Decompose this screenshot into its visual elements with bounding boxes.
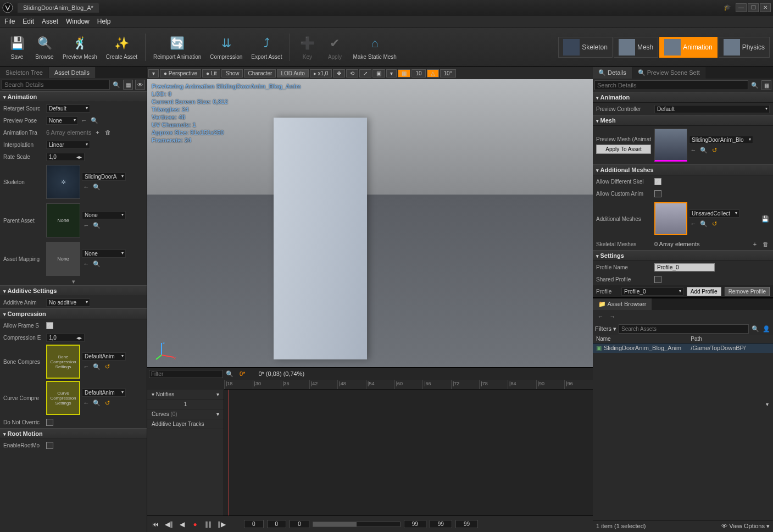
nav-back-icon[interactable]: ← (596, 312, 605, 321)
enable-root-motion-checkbox[interactable] (46, 442, 53, 449)
back-arrow-icon[interactable]: ← (82, 182, 91, 191)
menu-help[interactable]: Help (97, 18, 111, 25)
menu-file[interactable]: File (4, 18, 15, 25)
to-start-button[interactable]: ⏮ (151, 519, 160, 529)
retarget-source-dropdown[interactable]: Default (46, 104, 90, 113)
scrub-slider[interactable] (313, 522, 401, 527)
lod-auto-button[interactable]: LOD Auto (277, 69, 308, 77)
surface-snap-icon[interactable]: ▾ (386, 69, 397, 77)
profile-name-input[interactable] (654, 263, 715, 271)
playhead[interactable] (229, 390, 229, 516)
tab-preview-scene[interactable]: 🔍 Preview Scene Sett (632, 67, 706, 79)
reset-icon[interactable]: ↺ (710, 146, 719, 154)
search-small-icon[interactable]: 🔍 (699, 219, 708, 228)
angle-snap-value[interactable]: 10° (440, 69, 456, 77)
col-path[interactable]: Path (691, 336, 770, 342)
apply-button[interactable]: ✔Apply (321, 29, 348, 65)
frame-end[interactable]: 99 (430, 520, 452, 528)
additive-anim-dropdown[interactable]: No additive (46, 298, 90, 307)
back-arrow-icon[interactable]: ← (689, 146, 698, 154)
skeleton-dropdown[interactable]: SlidingDoorA (82, 173, 126, 181)
grid-icon[interactable]: ▦ (761, 80, 771, 90)
viewport-menu-button[interactable]: ▾ (148, 69, 159, 77)
show-button[interactable]: Show (221, 69, 243, 77)
play-reverse-button[interactable]: ◀ (177, 519, 187, 529)
curve-comp-dropdown[interactable]: DefaultAnim (82, 389, 126, 397)
lit-button[interactable]: ● Lit (202, 69, 220, 77)
search-assets-input[interactable] (619, 324, 749, 334)
do-not-override-checkbox[interactable] (46, 419, 53, 426)
document-tab[interactable]: SlidingDoorAnim_Blog_A* (18, 3, 99, 13)
preview-controller-dropdown[interactable]: Default (654, 105, 770, 113)
tab-asset-details[interactable]: Asset Details (49, 67, 96, 78)
tab-asset-browser[interactable]: 📁 Asset Browser (593, 298, 652, 310)
preview-pose-dropdown[interactable]: None (46, 117, 78, 125)
add-profile-button[interactable]: Add Profile (687, 287, 721, 296)
reset-icon[interactable]: ↺ (103, 398, 112, 407)
back-arrow-icon[interactable]: ← (80, 116, 88, 125)
preview-mesh-button[interactable]: 🕺Preview Mesh (58, 29, 102, 65)
search-icon[interactable]: 🔍 (225, 369, 234, 378)
allow-diff-skel-checkbox[interactable]: ✓ (654, 178, 661, 185)
search-small-icon[interactable]: 🔍 (90, 116, 99, 125)
section-r-additional-meshes[interactable]: Additional Meshes (593, 164, 773, 175)
remove-profile-button[interactable]: Remove Profile (725, 287, 770, 296)
additional-meshes-dropdown[interactable]: UnsavedCollect (689, 209, 739, 218)
speed-button[interactable]: ▸ x1,0 (310, 69, 332, 77)
parent-asset-dropdown[interactable]: None (82, 211, 126, 219)
search-details-input[interactable] (2, 80, 110, 90)
allow-custom-anim-checkbox[interactable] (654, 190, 661, 197)
preview-mesh-dropdown[interactable]: SlidingDoorAnim_Blo (689, 136, 753, 144)
rate-scale-input[interactable]: 1,0◂▸ (46, 153, 85, 161)
track-1[interactable]: 1▾ (147, 400, 224, 409)
col-name[interactable]: Name (596, 336, 691, 342)
timeline-ruler[interactable]: |18 |30 |36 |42 |48 |54 |60 |66 |72 |78 … (224, 380, 593, 390)
browse-button[interactable]: 🔍Browse (31, 29, 58, 65)
step-forward-button[interactable]: ∥▶ (216, 519, 226, 529)
search-small-icon[interactable]: 🔍 (92, 182, 101, 191)
search-icon[interactable]: 🔍 (751, 325, 760, 334)
angle-snap-icon[interactable]: △ (427, 69, 439, 77)
bone-comp-thumbnail[interactable]: Bone Compression Settings (46, 345, 80, 379)
nav-forward-icon[interactable]: → (608, 312, 617, 321)
minimize-button[interactable]: — (736, 3, 747, 12)
track-curves[interactable]: Curves (0)▾ (147, 409, 224, 419)
back-arrow-icon[interactable]: ← (82, 362, 91, 371)
track-notifies[interactable]: ▾ Notifies▾ (147, 390, 224, 400)
frame-in[interactable]: 0 (267, 520, 287, 528)
rotate-gizmo-icon[interactable]: ⟲ (346, 69, 358, 77)
make-static-mesh-button[interactable]: ⌂Make Static Mesh (348, 29, 401, 65)
frame-total[interactable]: 99 (455, 520, 478, 528)
reset-icon[interactable]: ↺ (710, 219, 719, 228)
section-compression[interactable]: Compression (0, 308, 147, 319)
back-arrow-icon[interactable]: ← (82, 259, 91, 268)
back-arrow-icon[interactable]: ← (689, 219, 698, 228)
curve-comp-thumbnail[interactable]: Curve Compression Settings (46, 381, 80, 415)
graduation-cap-icon[interactable]: 🎓 (724, 4, 731, 11)
search-small-icon[interactable]: 🔍 (699, 146, 708, 154)
interpolation-dropdown[interactable]: Linear (46, 141, 90, 149)
search-small-icon[interactable]: 🔍 (92, 259, 101, 268)
apply-to-asset-button[interactable]: Apply To Asset (596, 145, 651, 154)
plus-icon[interactable]: + (93, 128, 102, 137)
export-asset-button[interactable]: ⤴Export Asset (247, 29, 286, 65)
menu-window[interactable]: Window (66, 18, 90, 25)
bone-comp-dropdown[interactable]: DefaultAnim (82, 352, 126, 361)
section-root-motion[interactable]: Root Motion (0, 428, 147, 439)
section-r-settings[interactable]: Settings (593, 250, 773, 261)
frame-current[interactable]: 0 (290, 520, 309, 528)
grid-snap-value[interactable]: 10 (411, 69, 425, 77)
compression-button[interactable]: ⇊Compression (205, 29, 247, 65)
search-icon[interactable]: 🔍 (750, 81, 759, 90)
additional-meshes-thumbnail[interactable] (654, 202, 687, 235)
step-back-button[interactable]: ◀∥ (164, 519, 174, 529)
create-asset-button[interactable]: ✨Create Asset (102, 29, 142, 65)
tab-skeleton-tree[interactable]: Skeleton Tree (0, 67, 49, 78)
back-arrow-icon[interactable]: ← (82, 398, 91, 407)
track-additive-layers[interactable]: Additive Layer Tracks (147, 419, 224, 429)
chevron-down-icon[interactable]: ▾ (216, 391, 219, 397)
chevron-down-icon[interactable]: ▾ (216, 411, 219, 417)
menu-edit[interactable]: Edit (23, 18, 34, 25)
mode-animation[interactable]: Animation (659, 37, 717, 58)
section-r-mesh[interactable]: Mesh (593, 115, 773, 126)
